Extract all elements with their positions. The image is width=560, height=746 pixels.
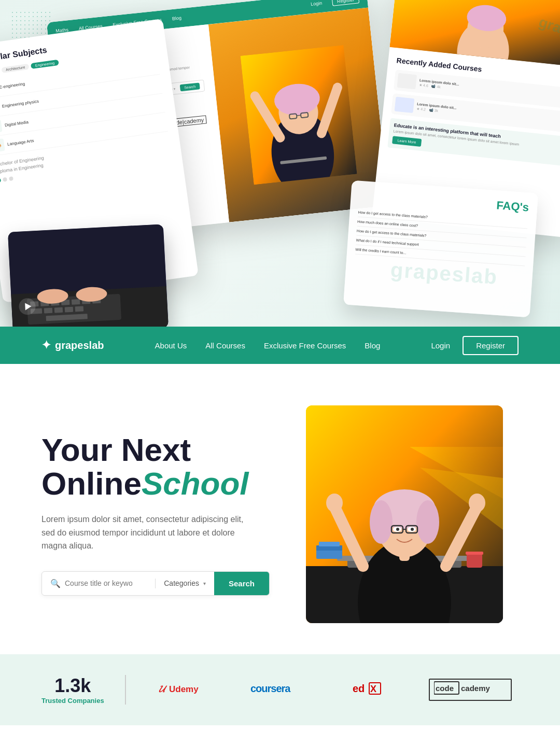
svg-rect-58 [467, 553, 482, 568]
hero-title: Your Next OnlineSchool [41, 433, 270, 500]
categories-label: Categories [164, 579, 199, 587]
search-bar: 🔍 Categories ▾ Search [41, 571, 270, 596]
coursera-logo: coursera [250, 681, 307, 699]
hero-description: Lorem ipsum dolor sit amet, consectetur … [41, 513, 249, 553]
hero-content: Your Next OnlineSchool Lorem ipsum dolor… [41, 433, 270, 596]
svg-point-45 [370, 500, 393, 544]
nav-link-about-us[interactable]: About Us [155, 341, 187, 350]
nav-link-all-courses[interactable]: All Courses [205, 341, 245, 350]
login-button[interactable]: Login [431, 341, 450, 350]
svg-point-46 [416, 500, 439, 544]
chevron-down-icon: ▾ [203, 581, 206, 586]
svg-text:coursera: coursera [250, 683, 291, 694]
svg-text:𝓤: 𝓤 [159, 684, 167, 694]
navbar: ✦ grapeslab About Us All Courses Exclusi… [0, 327, 560, 364]
nav-register: Register [332, 0, 359, 6]
svg-rect-60 [316, 550, 342, 559]
categories-dropdown[interactable]: Categories ▾ [156, 572, 214, 595]
codecademy-logo: code cademy [429, 679, 512, 701]
svg-line-9 [297, 115, 301, 116]
trusted-number: 1.3k [54, 675, 91, 697]
svg-text:ed: ed [353, 683, 365, 694]
navbar-actions: Login Register [431, 336, 519, 355]
svg-rect-22 [72, 299, 80, 305]
preview-keyboard-card [8, 224, 169, 327]
nav-link-blog[interactable]: Blog [365, 341, 380, 350]
navbar-links: About Us All Courses Exclusive Free Cour… [155, 341, 381, 350]
trusted-section: 1.3k Trusted Companies 𝓤 Udemy coursera … [0, 654, 560, 725]
svg-point-53 [411, 528, 414, 531]
svg-rect-28 [65, 307, 74, 313]
search-icon: 🔍 [50, 579, 61, 588]
logo-icon: ✦ [41, 339, 51, 352]
preview-faq-card: FAQ's How do I get access to the class m… [343, 180, 538, 318]
svg-rect-59 [466, 552, 483, 555]
nav-login: Login [311, 1, 323, 7]
search-button[interactable]: Search [214, 572, 269, 595]
svg-rect-27 [54, 307, 63, 313]
edx-logo: ed X [353, 681, 384, 699]
hero-image [306, 405, 503, 623]
nav-blog: Blog [172, 15, 181, 21]
udemy-logo: 𝓤 Udemy [159, 681, 205, 699]
svg-text:cademy: cademy [461, 684, 491, 693]
svg-rect-29 [75, 306, 84, 312]
hero-title-highlight: School [142, 466, 249, 501]
learn-more-btn-preview[interactable]: Learn More [392, 136, 422, 147]
logo-text: grapeslab [55, 340, 104, 351]
preview-section: Maths All Courses Exclusive Free Courses… [0, 0, 560, 327]
company-logos: 𝓤 Udemy coursera ed X code cademy [152, 679, 519, 701]
search-input[interactable] [65, 579, 132, 587]
navbar-logo[interactable]: ✦ grapeslab [41, 339, 104, 352]
svg-rect-26 [44, 308, 53, 314]
svg-point-56 [326, 494, 343, 512]
hero-title-line2: Online [41, 466, 142, 501]
svg-text:Udemy: Udemy [169, 684, 199, 694]
svg-text:code: code [436, 684, 454, 693]
trusted-stat: 1.3k Trusted Companies [41, 675, 126, 705]
subject-tag-eng: Engineering [31, 60, 59, 69]
register-button[interactable]: Register [463, 336, 519, 355]
svg-point-52 [396, 528, 399, 531]
hero-section: Your Next OnlineSchool Lorem ipsum dolor… [0, 364, 560, 654]
svg-point-57 [469, 494, 485, 512]
trusted-label: Trusted Companies [41, 697, 104, 705]
svg-text:X: X [370, 684, 376, 694]
nav-link-exclusive[interactable]: Exclusive Free Courses [264, 341, 346, 350]
hero-image-container [290, 405, 519, 623]
hero-title-line1: Your Next [41, 432, 191, 468]
subject-tag-arch: Architecture [2, 64, 30, 73]
svg-rect-62 [319, 542, 340, 546]
search-input-wrap: 🔍 [42, 579, 156, 588]
